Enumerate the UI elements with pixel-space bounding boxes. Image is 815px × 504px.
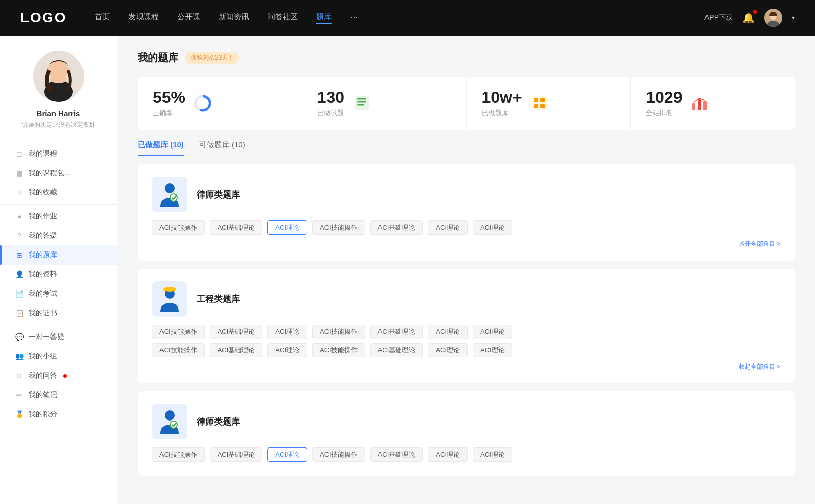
sidebar-item-cert[interactable]: 📋 我的证书 [0,303,117,323]
course-pkg-icon: ▦ [15,169,23,177]
nav-discover[interactable]: 发现课程 [128,12,159,24]
stat-done-questions-label: 已做试题 [317,108,344,118]
tag-6[interactable]: ACI理论 [473,220,512,235]
eng-tag-r1-4[interactable]: ACI基础理论 [370,325,423,339]
eng-tag-r1-3[interactable]: ACI技能操作 [312,325,365,339]
svg-point-27 [170,421,177,428]
collapse-link-engineering[interactable]: 收起全部科目 > [152,359,780,371]
svg-point-22 [170,194,177,201]
exam-icon: 📄 [15,290,23,298]
bank-icon-lawyer-1 [152,177,187,212]
notification-bell[interactable]: 🔔 [742,12,755,24]
bank-tags-engineering-1: ACI技能操作 ACI基础理论 ACI理论 ACI技能操作 ACI基础理论 AC… [152,325,780,339]
eng-tag-r2-2[interactable]: ACI理论 [267,343,307,357]
l2-tag-0[interactable]: ACI技能操作 [152,447,205,462]
sidebar-item-bank[interactable]: ⊞ 我的题库 [0,245,117,265]
sidebar-item-points[interactable]: 🏅 我的积分 [0,405,117,424]
stat-rank-value: 1029 [646,89,682,105]
nav-more[interactable]: ··· [350,12,358,24]
rank-icon [690,94,709,113]
trial-badge: 体验剩余23天！ [185,52,239,64]
done-questions-icon [352,94,371,113]
expand-link-lawyer-1[interactable]: 展开全部科目 > [152,237,780,248]
eng-tag-r2-0[interactable]: ACI技能操作 [152,343,205,357]
nav-bank[interactable]: 题库 [316,12,332,24]
tag-0[interactable]: ACI技能操作 [152,220,205,235]
eng-tag-r1-6[interactable]: ACI理论 [473,325,512,339]
eng-tag-r1-1[interactable]: ACI基础理论 [210,325,263,339]
tag-3[interactable]: ACI技能操作 [312,220,365,235]
svg-rect-25 [166,288,174,290]
sidebar-item-tutoring[interactable]: 💬 一对一答疑 [0,327,117,347]
sidebar-item-qa[interactable]: ? 我的答疑 [0,226,117,245]
sidebar-item-courses[interactable]: ◻ 我的课程 [0,144,117,163]
tag-4[interactable]: ACI基础理论 [370,220,423,235]
sidebar-item-homework[interactable]: ≡ 我的作业 [0,207,117,226]
user-avatar[interactable] [764,9,782,27]
bank-card-lawyer-1: 律师类题库 ACI技能操作 ACI基础理论 ACI理论 ACI技能操作 ACI基… [138,164,795,261]
app-download-button[interactable]: APP下载 [704,13,733,22]
nav-home[interactable]: 首页 [95,12,110,24]
svg-rect-15 [540,98,545,102]
bank-icon-engineering [152,281,187,317]
l2-tag-3[interactable]: ACI技能操作 [312,447,365,462]
l2-tag-5[interactable]: ACI理论 [428,447,468,462]
bank-title-lawyer-1: 律师类题库 [197,189,240,201]
l2-tag-2-active[interactable]: ACI理论 [267,447,307,462]
stat-done-questions-value: 130 [317,89,344,105]
sidebar-item-exam[interactable]: 📄 我的考试 [0,284,117,303]
group-icon: 👥 [15,352,23,360]
page-title: 我的题库 [138,51,178,65]
tab-done-banks[interactable]: 已做题库 (10) [138,140,184,156]
l2-tag-6[interactable]: ACI理论 [473,447,512,462]
sidebar-item-collect[interactable]: ☆ 我的收藏 [0,183,117,202]
svg-rect-19 [698,99,701,110]
sidebar-item-profile[interactable]: 👤 我的资料 [0,265,117,284]
eng-tag-r2-5[interactable]: ACI理论 [428,343,468,357]
tag-2-active[interactable]: ACI理论 [267,220,307,235]
questions-icon: ⊙ [15,372,23,380]
user-dropdown-chevron[interactable]: ▾ [792,14,795,21]
bell-badge [753,10,757,14]
svg-rect-13 [532,96,547,110]
stat-done-banks-value: 10w+ [482,89,522,105]
nav-qa[interactable]: 问答社区 [267,12,298,24]
eng-tag-r2-6[interactable]: ACI理论 [473,343,512,357]
eng-tag-r1-0[interactable]: ACI技能操作 [152,325,205,339]
svg-rect-11 [357,104,364,106]
stat-rank: 1029 全站排名 [631,77,795,130]
sidebar-item-course-pkg[interactable]: ▦ 我的课程包... [0,163,117,183]
sidebar-menu: ◻ 我的课程 ▦ 我的课程包... ☆ 我的收藏 ≡ 我的作业 ? 我的答疑 ⊞ [0,144,117,424]
sidebar-motto: 错误的决定比没有决定要好 [14,121,103,129]
bank-tags-lawyer-2: ACI技能操作 ACI基础理论 ACI理论 ACI技能操作 ACI基础理论 AC… [152,447,780,462]
svg-rect-17 [540,104,545,108]
tag-1[interactable]: ACI基础理论 [210,220,263,235]
courses-icon: ◻ [15,150,23,158]
l2-tag-4[interactable]: ACI基础理论 [370,447,423,462]
sidebar-item-notes[interactable]: ✏ 我的笔记 [0,385,117,405]
nav-open[interactable]: 公开课 [177,12,200,24]
eng-tag-r2-3[interactable]: ACI技能操作 [312,343,365,357]
qa-icon: ? [15,232,23,240]
l2-tag-1[interactable]: ACI基础理论 [210,447,263,462]
svg-rect-16 [534,104,538,108]
tab-available-banks[interactable]: 可做题库 (10) [199,140,246,156]
notes-icon: ✏ [15,391,23,399]
nav-news[interactable]: 新闻资讯 [219,12,249,24]
questions-dot [63,374,67,378]
nav-links: 首页 发现课程 公开课 新闻资讯 问答社区 题库 ··· [95,12,686,24]
eng-tag-r2-1[interactable]: ACI基础理论 [210,343,263,357]
sidebar-divider-2 [0,325,117,325]
sidebar-item-questions[interactable]: ⊙ 我的问答 [0,366,117,385]
main-content: 我的题库 体验剩余23天！ 55% 正确率 [117,36,815,504]
sidebar-divider-1 [0,204,117,205]
eng-tag-r1-5[interactable]: ACI理论 [428,325,468,339]
logo[interactable]: LOGO [20,10,66,26]
bank-tags-lawyer-1: ACI技能操作 ACI基础理论 ACI理论 ACI技能操作 ACI基础理论 AC… [152,220,780,235]
sidebar-item-group[interactable]: 👥 我的小组 [0,347,117,366]
svg-rect-10 [357,101,366,103]
tag-5[interactable]: ACI理论 [428,220,468,235]
eng-tag-r2-4[interactable]: ACI基础理论 [370,343,423,357]
points-icon: 🏅 [15,410,23,418]
eng-tag-r1-2[interactable]: ACI理论 [267,325,307,339]
